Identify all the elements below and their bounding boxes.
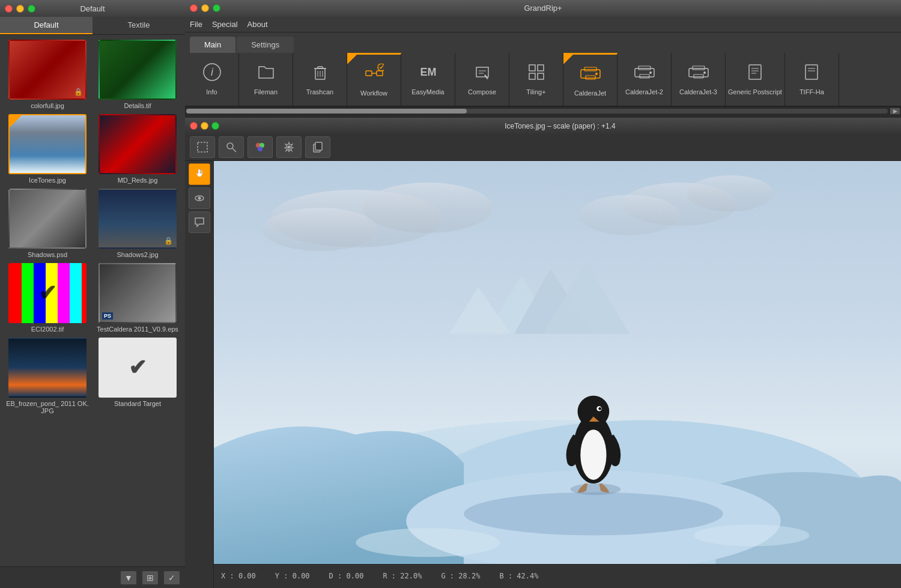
- svg-point-63: [694, 524, 810, 546]
- toolbar-btn-trashcan[interactable]: Trashcan: [293, 53, 347, 106]
- toolbar-label-compose: Compose: [468, 88, 496, 95]
- toolbar-btn-calderajet2[interactable]: CalderaJet-2: [617, 53, 672, 106]
- viewer-comment-tool[interactable]: [189, 211, 210, 233]
- left-tab-textile[interactable]: Textile: [93, 17, 185, 34]
- file-item-3[interactable]: MD_Reds.jpg: [95, 114, 180, 184]
- main-panel: GrandRip+ File Special About Main Settin…: [185, 0, 901, 588]
- status-y: Y : 0.00: [275, 572, 310, 580]
- file-name-8: EB_frozen_pond_ 2011 OK.JPG: [5, 400, 90, 414]
- bottom-check-btn[interactable]: ✓: [163, 571, 180, 585]
- menu-special[interactable]: Special: [212, 20, 238, 29]
- status-bar: X : 0.00 Y : 0.00 D : 0.00 R : 22.0% G :…: [214, 564, 901, 588]
- status-x: X : 0.00: [221, 572, 256, 580]
- scroll-thumb: [186, 109, 467, 114]
- viewer-close-btn[interactable]: [190, 122, 198, 130]
- viewer-titlebar: IceTones.jpg – scale (paper) : +1.4: [185, 118, 901, 135]
- status-r: R : 22.0%: [383, 572, 422, 580]
- toolbar-icon-tiffha: [802, 62, 821, 86]
- svg-rect-14: [529, 73, 535, 79]
- file-item-2[interactable]: IceTones.jpg: [5, 114, 90, 184]
- viewer-eye-tool[interactable]: [189, 187, 210, 209]
- left-max-btn[interactable]: [28, 5, 35, 13]
- viewer-min-btn[interactable]: [201, 122, 208, 130]
- menu-file[interactable]: File: [190, 20, 202, 29]
- main-max-btn[interactable]: [213, 4, 220, 12]
- svg-point-61: [571, 483, 621, 495]
- toolbar-scroll[interactable]: ▶: [185, 107, 901, 115]
- image-display[interactable]: [214, 161, 901, 564]
- file-item-1[interactable]: Details.tif: [95, 40, 180, 109]
- file-thumb-0: 🔒: [8, 40, 86, 100]
- viewer-select-btn[interactable]: [190, 136, 215, 158]
- viewer-zoom-btn[interactable]: [219, 136, 244, 158]
- svg-point-57: [580, 429, 606, 480]
- file-name-3: MD_Reds.jpg: [118, 177, 158, 184]
- file-name-4: Shadows.psd: [28, 251, 67, 258]
- left-close-btn[interactable]: [5, 5, 13, 13]
- file-thumb-7: PS: [99, 263, 177, 323]
- toolbar-btn-genericps[interactable]: Generic Postscript: [726, 53, 785, 106]
- file-thumb-9: ✔: [99, 338, 177, 398]
- svg-rect-26: [694, 74, 703, 78]
- file-name-5: Shadows2.jpg: [117, 251, 158, 258]
- bottom-down-btn[interactable]: ▼: [120, 571, 137, 585]
- tab-main[interactable]: Main: [190, 37, 235, 53]
- bottom-grid-btn[interactable]: ⊞: [142, 571, 159, 585]
- main-tabs-row: Main Settings: [185, 32, 901, 53]
- file-item-7[interactable]: PSTestCaldera 2011_V0.9.eps: [95, 263, 180, 333]
- toolbar-corner-calderajet: [563, 55, 573, 64]
- toolbar-icon-calderajet: [580, 64, 601, 87]
- toolbar-btn-compose[interactable]: Compose: [455, 53, 509, 106]
- svg-rect-4: [318, 67, 323, 68]
- left-titlebar-buttons: [5, 5, 35, 13]
- viewer-body: X : 0.00 Y : 0.00 D : 0.00 R : 22.0% G :…: [185, 161, 901, 588]
- toolbar-label-workflow: Workflow: [360, 89, 387, 97]
- scroll-track: [186, 109, 888, 114]
- svg-point-10: [378, 64, 384, 71]
- status-d: D : 0.00: [329, 572, 364, 580]
- toolbar-icon-info: i: [202, 62, 222, 86]
- toolbar-btn-fileman[interactable]: Fileman: [239, 53, 293, 106]
- toolbar-icon-tilingplus: [527, 62, 546, 86]
- main-min-btn[interactable]: [201, 4, 209, 12]
- file-item-6[interactable]: ✔ECI2002.tif: [5, 263, 90, 333]
- left-titlebar: Default: [0, 0, 185, 17]
- toolbar-icon-compose: [473, 62, 492, 86]
- viewer-settings-btn[interactable]: [276, 136, 302, 158]
- toolbar-btn-tilingplus[interactable]: Tiling+: [509, 53, 563, 106]
- svg-point-58: [578, 395, 610, 427]
- toolbar-icon-easymedia: EM: [419, 62, 438, 86]
- file-item-0[interactable]: 🔒colorfull.jpg: [5, 40, 90, 109]
- toolbar-btn-info[interactable]: iInfo: [185, 53, 239, 106]
- file-thumb-2: [8, 114, 86, 174]
- toolbar-btn-calderajet3[interactable]: CalderaJet-3: [672, 53, 726, 106]
- toolbar-label-calderajet: CalderaJet: [574, 89, 606, 97]
- file-item-5[interactable]: 🔒Shadows2.jpg: [95, 189, 180, 258]
- toolbar-btn-calderajet[interactable]: CalderaJet: [563, 53, 617, 106]
- viewer-max-btn[interactable]: [211, 122, 219, 130]
- left-tab-default[interactable]: Default: [0, 17, 93, 34]
- tab-settings[interactable]: Settings: [237, 37, 294, 53]
- toolbar-btn-easymedia[interactable]: EMEasyMedia: [401, 53, 455, 106]
- file-item-4[interactable]: Shadows.psd: [5, 189, 90, 258]
- menu-bar: File Special About: [185, 17, 901, 32]
- viewer-copy-btn[interactable]: [305, 136, 330, 158]
- viewer-top-toolbar: [185, 135, 901, 161]
- viewer-colorpicker-btn[interactable]: [247, 136, 273, 158]
- menu-about[interactable]: About: [247, 20, 268, 29]
- viewer-hand-tool[interactable]: [189, 163, 210, 185]
- main-close-btn[interactable]: [190, 4, 198, 12]
- toolbar-btn-tiffha[interactable]: TIFF-Ha: [785, 53, 839, 106]
- file-name-1: Details.tif: [124, 102, 151, 109]
- toolbar-label-tiffha: TIFF-Ha: [799, 88, 824, 95]
- svg-point-55: [464, 492, 723, 535]
- left-min-btn[interactable]: [16, 5, 24, 13]
- toolbar-btn-workflow[interactable]: Workflow: [347, 53, 401, 106]
- file-item-8[interactable]: EB_frozen_pond_ 2011 OK.JPG: [5, 338, 90, 414]
- file-item-9[interactable]: ✔Standard Target: [95, 338, 180, 414]
- scroll-right-arrow[interactable]: ▶: [890, 108, 900, 114]
- file-lock-0: 🔒: [74, 88, 83, 96]
- svg-rect-8: [366, 71, 372, 76]
- svg-point-27: [703, 71, 706, 74]
- svg-point-36: [288, 146, 291, 149]
